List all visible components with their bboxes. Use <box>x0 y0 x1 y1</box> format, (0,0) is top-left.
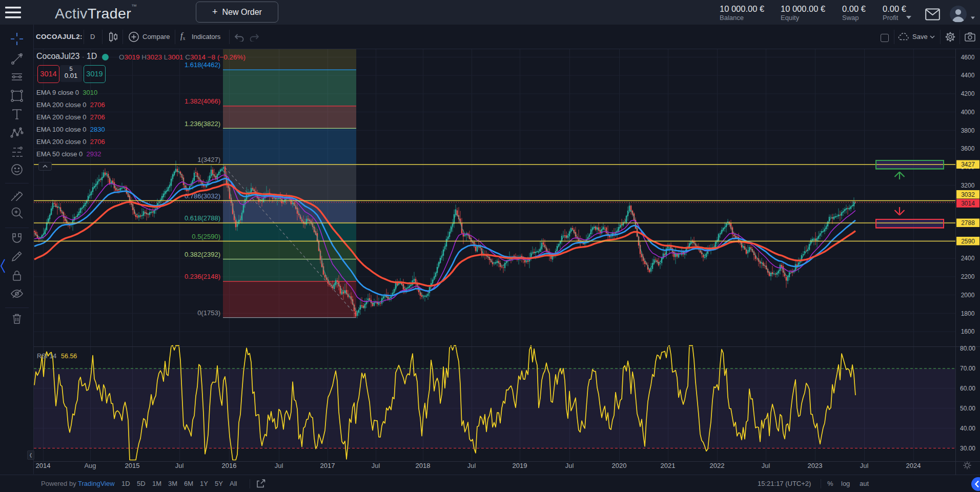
svg-text:70.00: 70.00 <box>960 365 975 372</box>
svg-text:2400: 2400 <box>961 255 975 262</box>
svg-text:1800: 1800 <box>961 310 975 317</box>
svg-text:Jul: Jul <box>175 462 184 469</box>
svg-text:Aug: Aug <box>84 462 96 469</box>
svg-text:4400: 4400 <box>961 72 975 79</box>
svg-text:2200: 2200 <box>961 273 975 280</box>
svg-text:0.618(2788): 0.618(2788) <box>185 214 220 222</box>
svg-text:2019: 2019 <box>513 462 527 469</box>
svg-text:1600: 1600 <box>961 328 975 335</box>
svg-text:4000: 4000 <box>961 109 975 116</box>
svg-text:2024: 2024 <box>906 462 921 469</box>
svg-text:Jul: Jul <box>762 462 770 469</box>
svg-text:Jul: Jul <box>275 462 283 469</box>
svg-text:80.00: 80.00 <box>960 345 975 352</box>
svg-text:56.56: 56.56 <box>61 353 77 360</box>
svg-text:4600: 4600 <box>961 54 975 61</box>
svg-text:Jul: Jul <box>372 462 380 469</box>
svg-text:2014: 2014 <box>36 462 51 469</box>
svg-text:50.00: 50.00 <box>960 405 975 412</box>
svg-text:2788: 2788 <box>961 219 975 227</box>
svg-text:2017: 2017 <box>320 462 335 469</box>
svg-text:3032: 3032 <box>961 191 975 198</box>
svg-text:2590: 2590 <box>961 238 975 245</box>
svg-text:RSI 14: RSI 14 <box>37 353 56 360</box>
svg-text:2016: 2016 <box>222 462 237 469</box>
svg-text:3200: 3200 <box>961 182 975 189</box>
svg-text:0.382(2392): 0.382(2392) <box>185 251 220 258</box>
svg-text:3427: 3427 <box>961 161 975 168</box>
svg-text:0(1753): 0(1753) <box>197 309 220 317</box>
svg-text:2021: 2021 <box>661 462 676 469</box>
svg-text:4200: 4200 <box>961 90 975 97</box>
svg-text:2018: 2018 <box>416 462 431 469</box>
svg-text:2022: 2022 <box>710 462 725 469</box>
svg-text:2020: 2020 <box>612 462 627 469</box>
svg-text:2000: 2000 <box>961 292 975 299</box>
svg-text:0.5(2590): 0.5(2590) <box>192 233 220 240</box>
svg-text:2015: 2015 <box>125 462 140 469</box>
svg-text:3800: 3800 <box>961 127 975 134</box>
svg-text:Jul: Jul <box>467 462 476 469</box>
svg-text:Jul: Jul <box>565 462 574 469</box>
svg-text:60.00: 60.00 <box>960 385 975 392</box>
svg-text:40.00: 40.00 <box>960 425 975 432</box>
svg-text:0.786(3032): 0.786(3032) <box>185 192 220 200</box>
svg-text:2023: 2023 <box>808 462 823 469</box>
svg-text:0.236(2148): 0.236(2148) <box>185 273 220 280</box>
svg-text:30.00: 30.00 <box>960 445 975 452</box>
svg-text:3600: 3600 <box>961 145 975 152</box>
svg-text:Jul: Jul <box>860 462 869 469</box>
svg-text:3014: 3014 <box>961 200 975 207</box>
